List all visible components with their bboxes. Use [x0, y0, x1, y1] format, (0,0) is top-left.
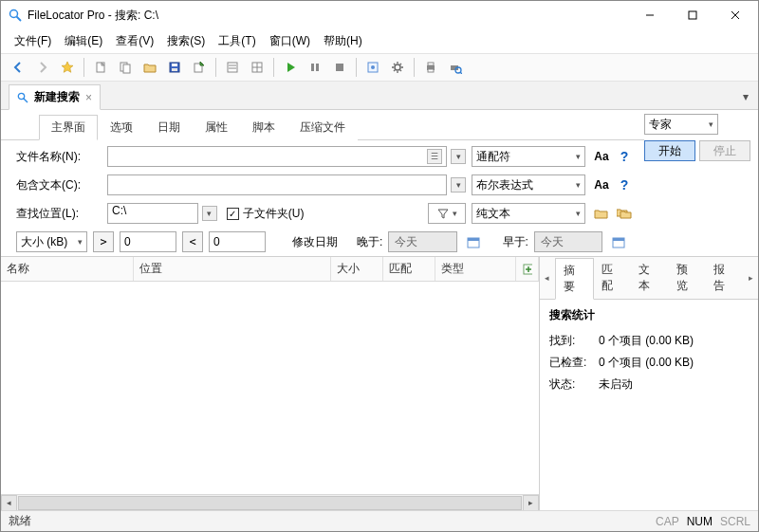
copy-icon[interactable]	[114, 56, 137, 79]
stat-found-value: 0 个项目 (0.00 KB)	[599, 333, 694, 349]
status-cap: CAP	[656, 515, 679, 528]
col-type[interactable]: 类型	[435, 257, 516, 281]
lookin-history-dropdown-icon[interactable]: ▾	[202, 206, 217, 221]
col-match[interactable]: 匹配	[383, 257, 435, 281]
minimize-button[interactable]	[628, 1, 671, 29]
forward-button-icon[interactable]	[31, 56, 54, 79]
horizontal-scrollbar[interactable]: ◂ ▸	[1, 494, 539, 510]
filename-input[interactable]: ☰	[107, 146, 447, 167]
grid-body[interactable]	[1, 282, 539, 494]
filter-button[interactable]: ▾	[428, 203, 466, 224]
play-icon[interactable]	[279, 56, 302, 79]
scroll-right-icon[interactable]: ▸	[523, 495, 539, 511]
close-button[interactable]	[713, 1, 756, 29]
tab-overflow-icon[interactable]: ▾	[739, 88, 752, 105]
contains-mode-select[interactable]: 布尔表达式▾	[472, 174, 585, 195]
open-folder-icon[interactable]	[139, 56, 161, 79]
col-name[interactable]: 名称	[1, 257, 134, 281]
stats-title: 搜索统计	[549, 307, 749, 323]
contains-input[interactable]	[107, 174, 447, 195]
contains-help-icon[interactable]: ?	[614, 174, 635, 195]
save-icon[interactable]	[163, 56, 186, 79]
calendar-before-icon[interactable]	[608, 231, 629, 252]
label-after: 晚于:	[357, 234, 382, 250]
encoding-mode-select[interactable]: 纯文本▾	[472, 203, 585, 224]
col-size[interactable]: 大小	[331, 257, 383, 281]
scroll-left-icon[interactable]: ◂	[1, 495, 17, 511]
stat-checked-label: 已检查:	[549, 355, 599, 371]
tab-close-icon[interactable]: ×	[85, 91, 92, 104]
tabs-scroll-right-icon[interactable]: ▸	[743, 266, 758, 289]
svg-rect-10	[172, 64, 177, 66]
tab-report[interactable]: 报告	[706, 258, 743, 298]
maximize-button[interactable]	[671, 1, 713, 29]
status-text: 就绪	[9, 513, 31, 529]
stop-icon[interactable]	[328, 56, 351, 79]
menu-tools[interactable]: 工具(T)	[213, 31, 261, 51]
calendar-after-icon[interactable]	[463, 231, 484, 252]
tab-main[interactable]: 主界面	[39, 115, 98, 140]
date-before-input[interactable]: 今天	[534, 231, 602, 252]
print-icon[interactable]	[419, 56, 442, 79]
size-gt-input[interactable]	[120, 231, 176, 252]
case-sensitive-text-icon[interactable]: Aa	[591, 174, 612, 195]
tab-date[interactable]: 日期	[145, 115, 193, 140]
results-icon[interactable]	[221, 56, 244, 79]
filename-help-icon[interactable]: ?	[614, 146, 635, 167]
menu-help[interactable]: 帮助(H)	[318, 31, 368, 51]
filename-presets-icon[interactable]: ☰	[427, 149, 442, 164]
wizard-icon[interactable]	[361, 56, 384, 79]
filename-mode-select[interactable]: 通配符▾	[472, 146, 585, 167]
svg-rect-3	[689, 11, 696, 19]
menu-view[interactable]: 查看(V)	[110, 31, 159, 51]
favorite-icon[interactable]	[56, 56, 79, 79]
main-toolbar	[1, 53, 758, 82]
stat-checked-value: 0 个项目 (0.00 KB)	[599, 355, 694, 371]
browse-folder-icon[interactable]	[591, 203, 612, 224]
tab-summary[interactable]: 摘要	[555, 258, 594, 300]
document-tab-label: 新建搜索	[34, 89, 80, 105]
stop-button[interactable]: 停止	[699, 140, 750, 161]
multi-folder-icon[interactable]	[614, 203, 635, 224]
tabs-scroll-left-icon[interactable]: ◂	[540, 266, 555, 289]
expert-mode-select[interactable]: 专家▾	[644, 114, 718, 135]
lookin-input[interactable]: C:\	[107, 203, 198, 224]
tab-attributes[interactable]: 属性	[193, 115, 240, 140]
size-gt-button[interactable]: >	[93, 231, 114, 252]
menu-window[interactable]: 窗口(W)	[264, 31, 316, 51]
size-lt-input[interactable]	[209, 231, 266, 252]
case-sensitive-icon[interactable]: Aa	[591, 146, 612, 167]
tab-script[interactable]: 脚本	[240, 115, 287, 140]
pause-icon[interactable]	[304, 56, 326, 79]
document-tab[interactable]: 新建搜索 ×	[9, 84, 101, 110]
start-button[interactable]: 开始	[644, 140, 695, 161]
tab-archive[interactable]: 压缩文件	[287, 115, 358, 140]
tab-match[interactable]: 匹配	[594, 258, 631, 298]
svg-rect-21	[336, 64, 343, 71]
size-unit-select[interactable]: 大小 (kB)▾	[16, 231, 87, 252]
table-icon[interactable]	[246, 56, 268, 79]
col-add-icon[interactable]	[516, 257, 539, 281]
subfolders-checkbox[interactable]: ✓子文件夹(U)	[227, 206, 305, 222]
contains-history-dropdown-icon[interactable]: ▾	[451, 177, 466, 193]
gear-icon[interactable]	[386, 56, 409, 79]
menu-edit[interactable]: 编辑(E)	[59, 31, 108, 51]
tab-text[interactable]: 文本	[631, 258, 668, 298]
svg-point-24	[395, 64, 400, 70]
filename-history-dropdown-icon[interactable]: ▾	[451, 149, 466, 164]
menu-bar: 文件(F) 编辑(E) 查看(V) 搜索(S) 工具(T) 窗口(W) 帮助(H…	[1, 29, 758, 53]
tab-options[interactable]: 选项	[98, 115, 145, 140]
export-icon[interactable]	[188, 56, 211, 79]
menu-search[interactable]: 搜索(S)	[161, 31, 211, 51]
svg-rect-26	[428, 63, 434, 65]
svg-line-32	[24, 99, 28, 102]
print-preview-icon[interactable]	[444, 56, 467, 79]
size-lt-button[interactable]: <	[182, 231, 203, 252]
col-location[interactable]: 位置	[134, 257, 331, 281]
new-document-icon[interactable]	[89, 56, 112, 79]
back-button-icon[interactable]	[7, 56, 29, 79]
svg-rect-11	[172, 68, 177, 71]
date-after-input[interactable]: 今天	[388, 231, 456, 252]
menu-file[interactable]: 文件(F)	[9, 31, 57, 51]
tab-preview[interactable]: 预览	[669, 258, 706, 298]
